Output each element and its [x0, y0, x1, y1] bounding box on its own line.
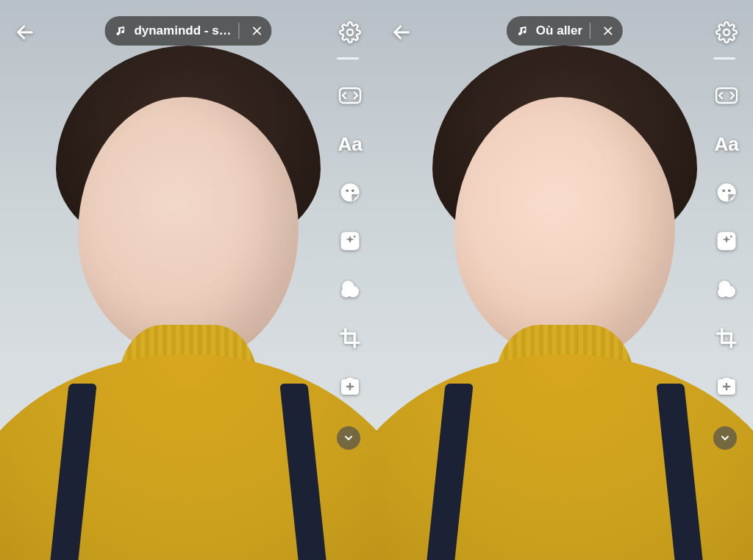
tool-group-indicator	[713, 57, 735, 60]
camera-preview	[376, 0, 753, 560]
chevron-down-icon	[719, 432, 731, 444]
crop-tool[interactable]	[712, 323, 741, 353]
svg-point-13	[724, 29, 729, 35]
expand-tools-button[interactable]	[337, 426, 360, 450]
svg-point-6	[351, 190, 354, 193]
text-tool[interactable]: Aa	[712, 129, 741, 159]
pill-divider	[590, 23, 590, 39]
settings-button[interactable]	[337, 19, 363, 46]
pill-divider	[239, 23, 240, 39]
music-track-label: dynamindd - s…	[134, 24, 231, 38]
back-button[interactable]	[13, 21, 37, 44]
sticker-tool[interactable]	[712, 178, 741, 207]
boomerang-icon	[338, 86, 363, 105]
remove-music-button[interactable]	[247, 21, 268, 41]
crop-icon	[339, 327, 361, 349]
back-button[interactable]	[390, 21, 413, 44]
boomerang-icon	[714, 86, 739, 105]
sticker-tool[interactable]	[335, 178, 365, 207]
filters-tool[interactable]	[712, 275, 741, 304]
camera-preview	[0, 0, 376, 560]
save-tool[interactable]	[712, 372, 741, 401]
settings-gear-icon	[715, 21, 738, 43]
story-editor-pane-right: Où aller Aa	[376, 0, 753, 560]
side-toolbar: Aa	[712, 81, 741, 401]
svg-point-18	[728, 190, 731, 193]
svg-point-5	[346, 190, 349, 193]
crop-icon	[715, 327, 738, 349]
filters-tool[interactable]	[335, 275, 365, 304]
back-arrow-icon	[391, 22, 412, 43]
expand-tools-button[interactable]	[713, 426, 737, 450]
tool-group-indicator	[337, 57, 359, 60]
svg-point-23	[718, 287, 727, 297]
side-by-side-comparison: dynamindd - s… Aa	[0, 0, 753, 560]
boomerang-tool[interactable]	[712, 81, 741, 110]
svg-point-20	[730, 235, 732, 237]
music-pill[interactable]: dynamindd - s…	[104, 16, 271, 46]
remove-music-button[interactable]	[598, 21, 618, 41]
effects-tool[interactable]	[335, 226, 365, 256]
svg-point-8	[354, 235, 356, 237]
effects-tool[interactable]	[712, 226, 741, 256]
photo-face-shape	[454, 97, 675, 362]
text-tool[interactable]: Aa	[335, 129, 365, 159]
close-x-icon	[602, 25, 614, 37]
filters-venn-icon	[715, 278, 738, 301]
settings-button[interactable]	[713, 19, 740, 46]
side-toolbar: Aa	[335, 81, 365, 401]
save-plus-icon	[338, 376, 362, 397]
save-tool[interactable]	[335, 372, 365, 401]
back-arrow-icon	[15, 22, 35, 43]
sparkle-effects-icon	[339, 230, 361, 252]
photo-face-shape	[78, 97, 299, 362]
svg-point-17	[723, 190, 726, 193]
crop-tool[interactable]	[335, 323, 365, 353]
close-x-icon	[251, 25, 263, 37]
music-pill[interactable]: Où aller	[507, 16, 623, 46]
music-track-label: Où aller	[536, 24, 582, 38]
text-aa-icon: Aa	[338, 134, 362, 154]
music-note-icon	[115, 25, 126, 37]
sparkle-effects-icon	[715, 230, 738, 252]
music-note-icon	[517, 25, 529, 37]
settings-gear-icon	[339, 21, 361, 43]
save-plus-icon	[715, 376, 738, 397]
text-aa-icon: Aa	[714, 134, 738, 154]
svg-point-11	[341, 287, 351, 297]
chevron-down-icon	[343, 432, 354, 444]
svg-point-1	[347, 29, 353, 35]
sticker-icon	[339, 182, 361, 204]
filters-venn-icon	[338, 278, 362, 301]
story-editor-pane-left: dynamindd - s… Aa	[0, 0, 376, 560]
boomerang-tool[interactable]	[335, 81, 365, 110]
sticker-icon	[715, 182, 738, 204]
